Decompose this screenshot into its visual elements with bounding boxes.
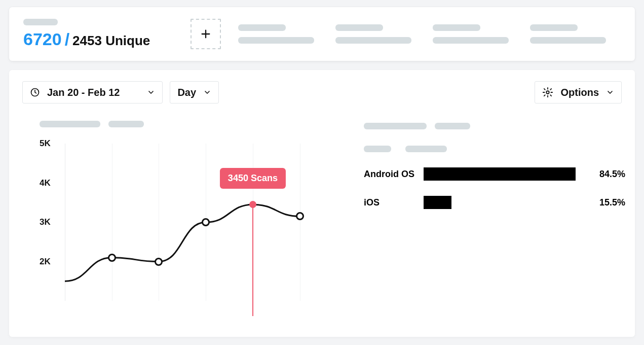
os-percent: 84.5% bbox=[585, 169, 625, 180]
os-bar-track bbox=[424, 167, 576, 181]
placeholder-line bbox=[530, 37, 606, 44]
add-stat-button[interactable] bbox=[191, 19, 221, 49]
top-stats-card: 6720/ 2453 Unique bbox=[9, 7, 635, 61]
os-rows: Android OS84.5%iOS15.5% bbox=[364, 166, 625, 210]
clock-icon bbox=[30, 87, 40, 97]
os-bar-track bbox=[424, 196, 576, 209]
chart-line-path bbox=[40, 144, 323, 301]
main-card: Jan 20 - Feb 12 Day Options 5K4K3K2K3450… bbox=[9, 70, 635, 337]
y-axis bbox=[65, 144, 65, 301]
os-row: Android OS84.5% bbox=[364, 166, 625, 182]
grid-line bbox=[159, 144, 159, 301]
chart-header bbox=[40, 121, 347, 127]
options-button[interactable]: Options bbox=[535, 81, 622, 104]
os-bar bbox=[424, 196, 451, 209]
gear-icon bbox=[542, 87, 553, 98]
scans-chart-panel: 5K4K3K2K3450 Scans bbox=[22, 121, 347, 334]
stat-total-block: 6720/ 2453 Unique bbox=[23, 19, 191, 49]
placeholder-line bbox=[364, 123, 427, 129]
placeholder-line bbox=[335, 24, 383, 31]
data-point[interactable] bbox=[296, 212, 304, 220]
options-label: Options bbox=[560, 87, 599, 98]
date-range-picker[interactable]: Jan 20 - Feb 12 bbox=[22, 81, 163, 104]
stat-total: 6720 bbox=[23, 29, 62, 49]
stat-unique: 2453 Unique bbox=[72, 33, 150, 49]
data-point[interactable] bbox=[202, 218, 210, 226]
placeholder-line bbox=[435, 123, 470, 129]
granularity-picker[interactable]: Day bbox=[170, 81, 219, 104]
os-subheader bbox=[364, 146, 625, 152]
svg-point-1 bbox=[547, 91, 550, 94]
grid-line bbox=[300, 144, 300, 301]
stat-title-placeholder bbox=[23, 19, 58, 25]
tooltip-guideline bbox=[252, 204, 253, 316]
date-range-label: Jan 20 - Feb 12 bbox=[47, 87, 120, 98]
scans-line-chart[interactable]: 5K4K3K2K3450 Scans bbox=[40, 144, 323, 301]
placeholder-line bbox=[364, 146, 391, 152]
placeholder-line bbox=[433, 37, 509, 44]
placeholder-line bbox=[530, 24, 578, 31]
placeholder-line bbox=[238, 24, 286, 31]
placeholder-line bbox=[238, 37, 314, 44]
y-tick-label: 4K bbox=[40, 178, 51, 188]
os-header bbox=[364, 123, 625, 129]
stat-placeholder-3 bbox=[433, 24, 509, 44]
placeholder-line bbox=[405, 146, 447, 152]
stat-placeholder-2 bbox=[335, 24, 411, 44]
toolbar: Jan 20 - Feb 12 Day Options bbox=[22, 81, 622, 104]
y-tick-label: 3K bbox=[40, 217, 51, 227]
os-bar bbox=[424, 167, 576, 181]
os-row: iOS15.5% bbox=[364, 195, 625, 210]
os-breakdown-panel: Android OS84.5%iOS15.5% bbox=[364, 121, 625, 334]
stat-slash: / bbox=[65, 29, 69, 49]
chevron-down-icon bbox=[147, 88, 155, 96]
data-point[interactable] bbox=[155, 258, 163, 266]
os-label: Android OS bbox=[364, 169, 414, 180]
placeholder-line bbox=[433, 24, 480, 31]
stat-placeholder-1 bbox=[238, 24, 314, 44]
chart-tooltip: 3450 Scans bbox=[220, 168, 286, 189]
granularity-label: Day bbox=[177, 87, 196, 98]
placeholder-line bbox=[108, 121, 144, 127]
stat-placeholder-4 bbox=[530, 24, 606, 44]
data-point[interactable] bbox=[108, 254, 116, 262]
placeholder-line bbox=[335, 37, 411, 44]
chevron-down-icon bbox=[203, 88, 211, 96]
y-tick-label: 5K bbox=[40, 139, 51, 149]
panels: 5K4K3K2K3450 Scans Android OS84.5%iOS15.… bbox=[22, 121, 622, 334]
os-label: iOS bbox=[364, 197, 414, 208]
placeholder-line bbox=[40, 121, 100, 127]
grid-line bbox=[112, 144, 112, 301]
stat-value: 6720/ 2453 Unique bbox=[23, 29, 191, 49]
chevron-down-icon bbox=[606, 88, 614, 96]
os-percent: 15.5% bbox=[585, 197, 625, 208]
tooltip-dot bbox=[249, 201, 256, 208]
plus-icon bbox=[200, 28, 211, 40]
y-tick-label: 2K bbox=[40, 257, 51, 267]
